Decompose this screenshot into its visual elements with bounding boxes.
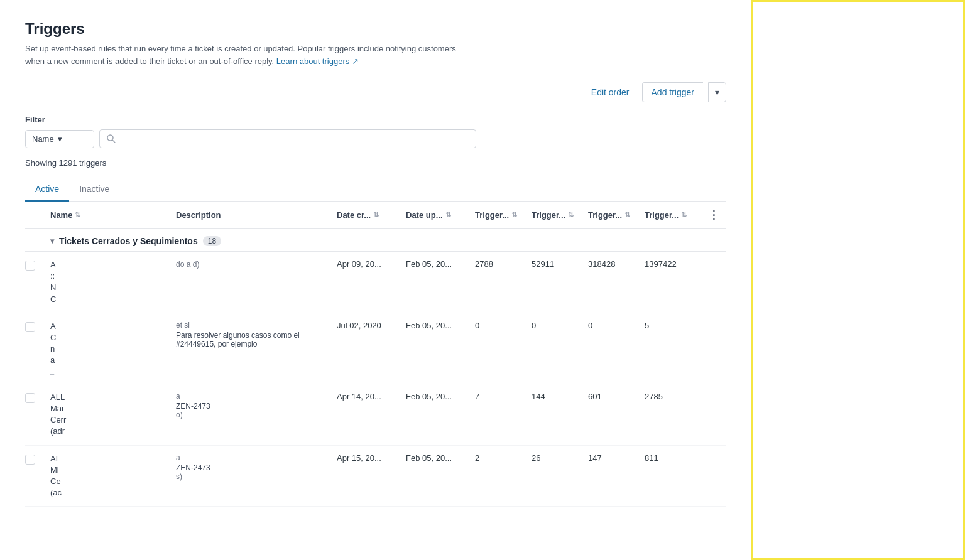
- sort-icon: ⇅: [624, 211, 630, 219]
- table-container: Name ⇅ Description Date cr... ⇅ Date up.…: [25, 202, 726, 507]
- right-panel: [751, 0, 965, 560]
- table-row: AL Mi Ce (ac a ZEN-2473 s) Apr 15, 20...…: [25, 446, 726, 507]
- row-t1: 7: [475, 392, 532, 401]
- edit-order-button[interactable]: Edit order: [584, 83, 637, 101]
- showing-count: Showing 1291 triggers: [25, 158, 726, 168]
- row-name: AL Mi Ce (ac: [50, 453, 176, 499]
- tab-active[interactable]: Active: [25, 178, 69, 202]
- header-date-updated[interactable]: Date up... ⇅: [406, 210, 475, 220]
- table-row: A C n a _ et si Para resolver algunos ca…: [25, 313, 726, 384]
- filter-row: Name ▾: [25, 129, 726, 148]
- row-description: a ZEN-2473 s): [176, 453, 337, 481]
- add-trigger-dropdown-button[interactable]: ▾: [708, 82, 726, 102]
- learn-link[interactable]: Learn about triggers ↗: [276, 57, 359, 66]
- group-title[interactable]: ▾ Tickets Cerrados y Sequimientos 18: [50, 236, 726, 246]
- row-checkbox[interactable]: [25, 453, 50, 465]
- row-date-created: Jul 02, 2020: [337, 321, 406, 330]
- row-date-updated: Feb 05, 20...: [406, 392, 475, 401]
- tab-inactive[interactable]: Inactive: [69, 178, 119, 202]
- row-checkbox[interactable]: [25, 321, 50, 332]
- sort-icon: ⇅: [568, 211, 574, 219]
- row-t3: 0: [588, 321, 645, 330]
- row-name: A C n a _: [50, 321, 176, 376]
- row-t1: 2788: [475, 259, 532, 269]
- tabs: Active Inactive: [25, 178, 726, 202]
- filter-section: Filter Name ▾: [25, 115, 726, 148]
- filter-label: Filter: [25, 115, 726, 124]
- header-date-created[interactable]: Date cr... ⇅: [337, 210, 406, 220]
- row-t4: 2785: [645, 392, 701, 401]
- row-t3: 318428: [588, 259, 645, 269]
- row-t4: 811: [645, 453, 701, 463]
- chevron-down-icon: ▾: [715, 87, 719, 97]
- row-t2: 0: [532, 321, 588, 330]
- table-row: A :: N C do a d) Apr 09, 20... Feb 05, 2…: [25, 252, 726, 313]
- page-title: Triggers: [25, 20, 726, 38]
- svg-point-0: [107, 135, 113, 141]
- sort-icon: ⇅: [511, 211, 517, 219]
- table-header: Name ⇅ Description Date cr... ⇅ Date up.…: [25, 202, 726, 229]
- sort-icon: ⇅: [373, 211, 379, 219]
- group-count: 18: [203, 236, 221, 246]
- filter-select-value: Name: [32, 134, 54, 144]
- row-t3: 147: [588, 453, 645, 463]
- row-t2: 26: [532, 453, 588, 463]
- header-trigger2[interactable]: Trigger... ⇅: [532, 210, 588, 220]
- row-description: a ZEN-2473 o): [176, 392, 337, 419]
- main-content: Triggers Set up event-based rules that r…: [0, 0, 751, 560]
- row-t2: 144: [532, 392, 588, 401]
- toolbar: Edit order Add trigger ▾: [25, 82, 726, 102]
- filter-select[interactable]: Name ▾: [25, 130, 94, 148]
- header-trigger3[interactable]: Trigger... ⇅: [588, 210, 645, 220]
- row-t1: 2: [475, 453, 532, 463]
- header-trigger4[interactable]: Trigger... ⇅: [645, 210, 701, 220]
- row-date-updated: Feb 05, 20...: [406, 453, 475, 463]
- header-name[interactable]: Name ⇅: [50, 210, 176, 220]
- row-t4: 5: [645, 321, 701, 330]
- row-t1: 0: [475, 321, 532, 330]
- row-date-updated: Feb 05, 20...: [406, 259, 475, 269]
- search-box: [99, 129, 476, 148]
- header-trigger1[interactable]: Trigger... ⇅: [475, 210, 532, 220]
- row-date-updated: Feb 05, 20...: [406, 321, 475, 330]
- row-description: do a d): [176, 259, 337, 270]
- search-icon: [106, 134, 116, 144]
- add-trigger-button[interactable]: Add trigger: [642, 82, 703, 102]
- chevron-down-icon: ▾: [58, 134, 62, 144]
- row-date-created: Apr 15, 20...: [337, 453, 406, 463]
- row-checkbox[interactable]: [25, 392, 50, 403]
- sort-icon: ⇅: [445, 211, 451, 219]
- row-date-created: Apr 14, 20...: [337, 392, 406, 401]
- search-input[interactable]: [120, 134, 469, 144]
- group-header: ▾ Tickets Cerrados y Sequimientos 18: [25, 229, 726, 252]
- row-name: ALL Mar Cerr (adr: [50, 392, 176, 438]
- row-name: A :: N C: [50, 259, 176, 305]
- row-description: et si Para resolver algunos casos como e…: [176, 321, 337, 348]
- row-t4: 1397422: [645, 259, 701, 269]
- group-name: Tickets Cerrados y Sequimientos: [59, 236, 198, 246]
- row-date-created: Apr 09, 20...: [337, 259, 406, 269]
- row-t3: 601: [588, 392, 645, 401]
- sort-icon: ⇅: [75, 211, 80, 219]
- table-row: ALL Mar Cerr (adr a ZEN-2473 o) Apr 14, …: [25, 384, 726, 446]
- header-description: Description: [176, 210, 337, 220]
- page-description: Set up event-based rules that run every …: [25, 43, 465, 67]
- chevron-down-icon: ▾: [50, 237, 54, 245]
- header-more-icon[interactable]: ⋮: [701, 208, 726, 222]
- row-checkbox[interactable]: [25, 259, 50, 271]
- row-t2: 52911: [532, 259, 588, 269]
- sort-icon: ⇅: [681, 211, 687, 219]
- svg-line-1: [113, 141, 116, 143]
